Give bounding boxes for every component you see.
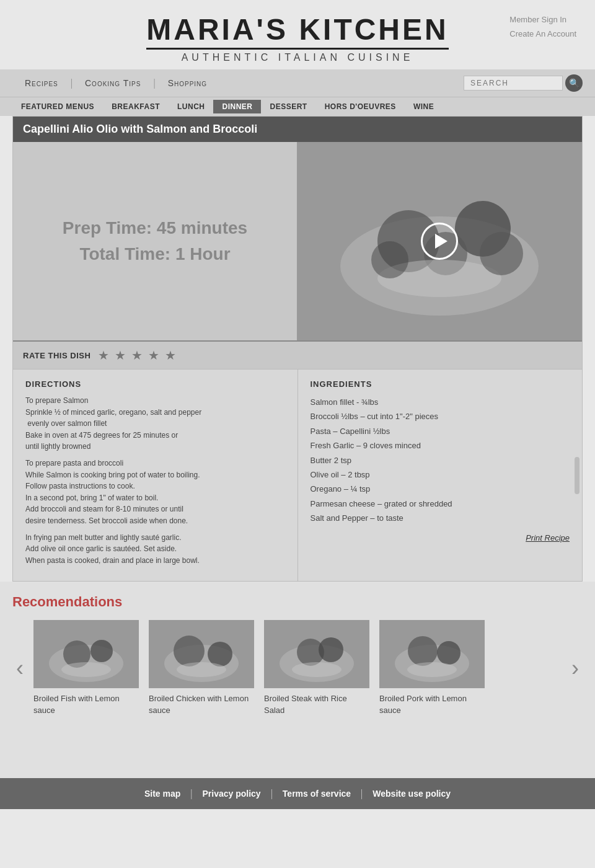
footer-sep-3: | xyxy=(361,788,363,799)
site-subtitle: AUTHENTIC ITALIAN CUISINE xyxy=(0,52,595,63)
recommendations-title: Recomendations xyxy=(12,594,583,610)
subnav-wine[interactable]: WINE xyxy=(405,100,443,113)
directions-title: DIRECTIONS xyxy=(25,379,285,389)
footer-website-use-policy[interactable]: Website use policy xyxy=(372,789,451,799)
rec-item-3: Broiled Steak with Rice Salad xyxy=(264,620,369,715)
star-rating[interactable]: ★ ★ ★ ★ ★ xyxy=(98,348,177,363)
footer-sep-2: | xyxy=(271,788,273,799)
svg-point-15 xyxy=(174,636,205,666)
prep-time-label: Prep Time: 45 minutes xyxy=(32,215,278,241)
footer-terms-of-service[interactable]: Terms of service xyxy=(283,789,351,799)
search-area: 🔍 xyxy=(464,74,583,92)
rec-label-1: Broiled Fish with Lemon sauce xyxy=(33,693,139,715)
svg-point-17 xyxy=(177,662,226,677)
site-header: Member Sign In Create An Account MARIA'S… xyxy=(0,0,595,69)
main-content: Capellini Alio Olio with Salmon and Broc… xyxy=(12,116,583,582)
ingredient-7: Oregano – ¼ tsp xyxy=(311,482,570,496)
footer-sep-1: | xyxy=(190,788,192,799)
play-button[interactable] xyxy=(421,223,458,260)
carousel-prev-button[interactable]: ‹ xyxy=(12,655,27,681)
rec-image-3 xyxy=(264,620,369,688)
ingredients-title: INGREDIENTS xyxy=(311,379,570,389)
ingredient-6: Olive oil – 2 tbsp xyxy=(311,467,570,482)
nav-shopping[interactable]: Shopping xyxy=(156,78,219,88)
rec-image-4 xyxy=(379,620,485,688)
rec-items-container: Broiled Fish with Lemon sauce Broiled Ch… xyxy=(33,620,562,715)
rec-item-4: Broiled Pork with Lemon sauce xyxy=(379,620,485,715)
recipe-title: Capellini Alio Olio with Salmon and Broc… xyxy=(23,123,572,136)
nav-cooking-tips[interactable]: Cooking Tips xyxy=(73,78,153,88)
direction-1: To prepare SalmonSprinkle ½ of minced ga… xyxy=(25,395,285,453)
main-nav: Recipes | Cooking Tips | Shopping 🔍 xyxy=(0,69,595,97)
footer-site-map[interactable]: Site map xyxy=(144,789,180,799)
rec-item-2: Broiled Chicken with Lemon sauce xyxy=(149,620,254,715)
footer-privacy-policy[interactable]: Privacy policy xyxy=(202,789,260,799)
carousel-next-button[interactable]: › xyxy=(568,655,583,681)
print-recipe-area: Print Recipe xyxy=(311,532,570,543)
svg-point-21 xyxy=(319,637,343,662)
ingredient-9: Salt and Pepper – to taste xyxy=(311,511,570,525)
subnav-featured-menus[interactable]: FEATURED MENUS xyxy=(12,100,103,113)
svg-point-25 xyxy=(408,636,438,666)
sub-nav: FEATURED MENUS BREAKFAST LUNCH DINNER DE… xyxy=(0,97,595,116)
rate-label: RATE THIS DISH xyxy=(23,351,90,360)
ingredient-3: Pasta – Capellini ½lbs xyxy=(311,424,570,438)
rec-image-1 xyxy=(33,620,139,688)
subnav-dessert[interactable]: DESSERT xyxy=(261,100,315,113)
rec-image-2 xyxy=(149,620,254,688)
recipe-image xyxy=(297,142,582,340)
ingredient-1: Salmon fillet - ¾lbs xyxy=(311,395,570,409)
site-footer: Site map | Privacy policy | Terms of ser… xyxy=(0,778,595,809)
directions-text: To prepare SalmonSprinkle ½ of minced ga… xyxy=(25,395,285,566)
ingredient-2: Broccoli ½lbs – cut into 1"-2" pieces xyxy=(311,409,570,423)
ingredient-4: Fresh Garlic – 9 cloves minced xyxy=(311,438,570,453)
svg-point-22 xyxy=(292,662,342,677)
recipe-info-left: Prep Time: 45 minutes Total Time: 1 Hour xyxy=(13,142,297,340)
svg-point-16 xyxy=(208,642,232,666)
rec-img-svg-3 xyxy=(264,620,369,688)
directions-column: DIRECTIONS To prepare SalmonSprinkle ½ o… xyxy=(13,370,298,581)
recommendations-carousel: ‹ Broiled Fish with Lemon sauce xyxy=(12,620,583,715)
search-input[interactable] xyxy=(464,76,563,91)
food-image-placeholder xyxy=(297,142,582,340)
rec-item-1: Broiled Fish with Lemon sauce xyxy=(33,620,139,715)
direction-3: In frying pan melt butter and lightly sa… xyxy=(25,532,285,567)
subnav-breakfast[interactable]: BREAKFAST xyxy=(103,100,169,113)
ingredient-8: Parmesan cheese – grated or shredded xyxy=(311,497,570,511)
search-button[interactable]: 🔍 xyxy=(565,74,583,92)
ingredients-list: Salmon fillet - ¾lbs Broccoli ½lbs – cut… xyxy=(311,395,570,526)
subnav-dinner[interactable]: DINNER xyxy=(213,100,261,113)
subnav-hors-d-oeuvres[interactable]: HORS D'OEUVRES xyxy=(316,100,405,113)
spacer xyxy=(0,728,595,778)
site-title: MARIA'S KITCHEN xyxy=(146,12,448,50)
svg-point-6 xyxy=(371,241,408,278)
svg-point-11 xyxy=(90,640,113,662)
prep-time: Prep Time: 45 minutes Total Time: 1 Hour xyxy=(32,215,278,267)
rec-label-4: Broiled Pork with Lemon sauce xyxy=(379,693,485,715)
ingredient-5: Butter 2 tsp xyxy=(311,453,570,467)
svg-point-7 xyxy=(480,232,523,275)
print-recipe-link[interactable]: Print Recipe xyxy=(526,533,570,542)
rec-label-2: Broiled Chicken with Lemon sauce xyxy=(149,693,254,715)
rec-label-3: Broiled Steak with Rice Salad xyxy=(264,693,369,715)
scrollbar[interactable] xyxy=(575,457,580,494)
member-sign-in-link[interactable]: Member Sign In xyxy=(509,12,576,27)
rate-section: RATE THIS DISH ★ ★ ★ ★ ★ xyxy=(13,340,582,369)
rec-img-svg-1 xyxy=(33,620,139,688)
recipe-title-bar: Capellini Alio Olio with Salmon and Broc… xyxy=(13,117,582,142)
total-time-label: Total Time: 1 Hour xyxy=(32,241,278,267)
subnav-lunch[interactable]: LUNCH xyxy=(169,100,214,113)
recommendations-section: Recomendations ‹ Broiled Fish with Lemon… xyxy=(0,582,595,728)
svg-point-27 xyxy=(407,662,457,677)
nav-recipes[interactable]: Recipes xyxy=(12,78,71,88)
rec-img-svg-2 xyxy=(149,620,254,688)
auth-links: Member Sign In Create An Account xyxy=(509,12,576,42)
svg-point-26 xyxy=(437,641,461,665)
create-account-link[interactable]: Create An Account xyxy=(509,27,576,41)
svg-point-12 xyxy=(61,662,111,677)
rec-img-svg-4 xyxy=(379,620,485,688)
ingredients-column: INGREDIENTS Salmon fillet - ¾lbs Broccol… xyxy=(298,370,583,581)
direction-2: To prepare pasta and broccoliWhile Salmo… xyxy=(25,458,285,527)
recipe-body: DIRECTIONS To prepare SalmonSprinkle ½ o… xyxy=(13,369,582,581)
recipe-hero: Prep Time: 45 minutes Total Time: 1 Hour xyxy=(13,142,582,340)
